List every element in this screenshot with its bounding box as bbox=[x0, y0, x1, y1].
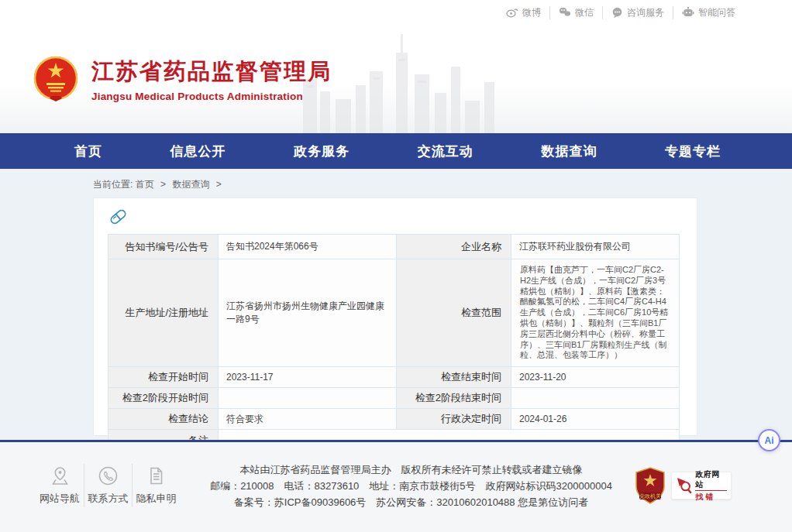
find-error-badge-text: 政府网站 找错 bbox=[695, 469, 727, 502]
notice-number-label: 告知书编号/公告号 bbox=[108, 235, 219, 259]
table-row: 检查2阶段开始时间 检查2阶段结束时间 bbox=[108, 388, 680, 409]
breadcrumb-trailing-separator: > bbox=[216, 179, 222, 190]
address-value: 江苏省扬州市扬州生物健康产业园健康一路9号 bbox=[219, 259, 397, 367]
party-gov-badge-label: 党政机关 bbox=[639, 493, 661, 499]
decision-date-label: 行政决定时间 bbox=[397, 409, 511, 430]
ai-assistant-button[interactable]: Ai bbox=[758, 429, 780, 451]
conclusion-value: 符合要求 bbox=[219, 409, 397, 430]
find-error-line1: 政府网站 bbox=[695, 469, 727, 489]
table-row: 告知书编号/公告号 告知书2024年第066号 企业名称 江苏联环药业股份有限公… bbox=[108, 235, 680, 259]
stage2-start-label: 检查2阶段开始时间 bbox=[108, 388, 219, 409]
find-error-badge[interactable]: 政府网站 找错 bbox=[671, 472, 732, 499]
breadcrumb-prefix: 当前位置: bbox=[93, 179, 133, 190]
consult-service-link[interactable]: 咨询服务 bbox=[602, 6, 673, 19]
weibo-label: 微博 bbox=[522, 6, 541, 19]
breadcrumb-separator: > bbox=[160, 179, 166, 190]
party-gov-badge[interactable]: 党政机关 bbox=[635, 467, 666, 504]
chat-service-icon bbox=[611, 7, 623, 18]
national-emblem-logo bbox=[33, 55, 79, 103]
nav-item-services[interactable]: 政务服务 bbox=[294, 142, 350, 160]
table-row: 检查开始时间 2023-11-17 检查结束时间 2023-11-20 bbox=[108, 367, 680, 388]
address-label: 生产地址/注册地址 bbox=[108, 259, 219, 367]
stage2-start-value bbox=[219, 388, 397, 409]
nav-item-information[interactable]: 信息公开 bbox=[170, 142, 226, 160]
top-utility-bar: 微博 微信 咨询服务 智能问答 bbox=[0, 0, 792, 25]
site-title: 江苏省药品监督管理局 bbox=[91, 57, 332, 88]
contact-label: 联系方式 bbox=[84, 492, 132, 506]
site-nav-label: 网站导航 bbox=[36, 492, 84, 506]
inspection-record-card: 告知书编号/公告号 告知书2024年第066号 企业名称 江苏联环药业股份有限公… bbox=[93, 197, 697, 436]
wechat-icon bbox=[559, 7, 571, 18]
contact-link[interactable]: 联系方式 bbox=[84, 464, 132, 507]
inspection-table: 告知书编号/公告号 告知书2024年第066号 企业名称 江苏联环药业股份有限公… bbox=[108, 234, 680, 451]
notice-number-value: 告知书2024年第066号 bbox=[219, 235, 397, 259]
scope-label: 检查范围 bbox=[397, 259, 511, 367]
stage2-end-value bbox=[511, 388, 680, 409]
site-footer: Ai 网站导航 联系方式 bbox=[0, 440, 792, 532]
decision-date-value: 2024-01-26 bbox=[511, 409, 680, 430]
site-nav-link[interactable]: 网站导航 bbox=[36, 464, 84, 507]
weibo-link[interactable]: 微博 bbox=[498, 6, 549, 19]
find-error-magnifier-icon bbox=[676, 476, 692, 495]
footer-quicklinks: 网站导航 联系方式 隐私申明 bbox=[36, 464, 180, 507]
start-date-label: 检查开始时间 bbox=[108, 367, 219, 388]
brand-text: 江苏省药品监督管理局 Jiangsu Medical Products Admi… bbox=[91, 57, 332, 102]
footer-line-host: 本站由江苏省药品监督管理局主办 版权所有未经许可禁止转载或者建立镜像 bbox=[188, 462, 635, 478]
footer-info: 本站由江苏省药品监督管理局主办 版权所有未经许可禁止转载或者建立镜像 邮编：21… bbox=[180, 462, 635, 510]
stage2-end-label: 检查2阶段结束时间 bbox=[397, 388, 511, 409]
smart-qa-icon bbox=[682, 7, 694, 18]
wechat-link[interactable]: 微信 bbox=[549, 6, 602, 19]
company-name-label: 企业名称 bbox=[397, 235, 511, 259]
pill-icon-wrap bbox=[108, 206, 697, 232]
footer-line-contact: 邮编：210008 电话：83273610 地址：南京市鼓楼街5号 政府网站标识… bbox=[188, 478, 635, 494]
end-date-value: 2023-11-20 bbox=[511, 367, 680, 388]
nav-item-interaction[interactable]: 交流互动 bbox=[418, 142, 473, 160]
end-date-label: 检查结束时间 bbox=[397, 367, 511, 388]
pill-icon bbox=[108, 206, 129, 227]
table-row: 生产地址/注册地址 江苏省扬州市扬州生物健康产业园健康一路9号 检查范围 原料药… bbox=[108, 259, 680, 367]
page: 微博 微信 咨询服务 智能问答 bbox=[0, 0, 792, 532]
nav-item-home[interactable]: 首页 bbox=[74, 142, 102, 160]
weibo-icon bbox=[506, 7, 518, 18]
main-content: 当前位置: 首页 > 数据查询 > 告知书编号/公告号 bbox=[0, 169, 792, 440]
start-date-value: 2023-11-17 bbox=[219, 367, 397, 388]
table-row: 检查结论 符合要求 行政决定时间 2024-01-26 bbox=[108, 409, 680, 430]
company-name-value: 江苏联环药业股份有限公司 bbox=[511, 235, 680, 259]
privacy-label: 隐私申明 bbox=[133, 492, 180, 506]
smart-qa-label: 智能问答 bbox=[698, 6, 735, 19]
find-error-line2: 找错 bbox=[695, 490, 727, 502]
scope-value: 原料药【曲克芦丁，一车间C2厂房C2-H2生产线（合成），一车间C2厂房3号精烘… bbox=[511, 259, 680, 367]
footer-badges: 党政机关 政府网站 找错 bbox=[635, 467, 732, 504]
wechat-label: 微信 bbox=[575, 6, 594, 19]
brand-home-link[interactable]: 江苏省药品监督管理局 Jiangsu Medical Products Admi… bbox=[33, 55, 332, 103]
consult-service-label: 咨询服务 bbox=[627, 6, 664, 19]
breadcrumb-home-link[interactable]: 首页 bbox=[136, 179, 154, 190]
nav-item-special-topics[interactable]: 专题专栏 bbox=[665, 142, 721, 160]
nav-item-data-query[interactable]: 数据查询 bbox=[541, 142, 597, 160]
footer-line-icp: 备案号：苏ICP备09039606号 苏公网安备：32010602010488 … bbox=[188, 494, 635, 510]
smart-qa-link[interactable]: 智能问答 bbox=[673, 6, 744, 19]
privacy-document-icon bbox=[146, 465, 167, 486]
privacy-link[interactable]: 隐私申明 bbox=[132, 464, 180, 507]
site-subtitle: Jiangsu Medical Products Administration bbox=[91, 91, 332, 102]
conclusion-label: 检查结论 bbox=[108, 409, 219, 430]
contact-phone-icon bbox=[98, 465, 119, 486]
site-header: 江苏省药品监督管理局 Jiangsu Medical Products Admi… bbox=[0, 25, 792, 133]
breadcrumb-data-query-link[interactable]: 数据查询 bbox=[172, 179, 209, 190]
site-nav-pin-icon bbox=[50, 465, 71, 486]
primary-nav: 首页 信息公开 政务服务 交流互动 数据查询 专题专栏 bbox=[0, 133, 792, 169]
breadcrumb: 当前位置: 首页 > 数据查询 > bbox=[0, 169, 792, 197]
